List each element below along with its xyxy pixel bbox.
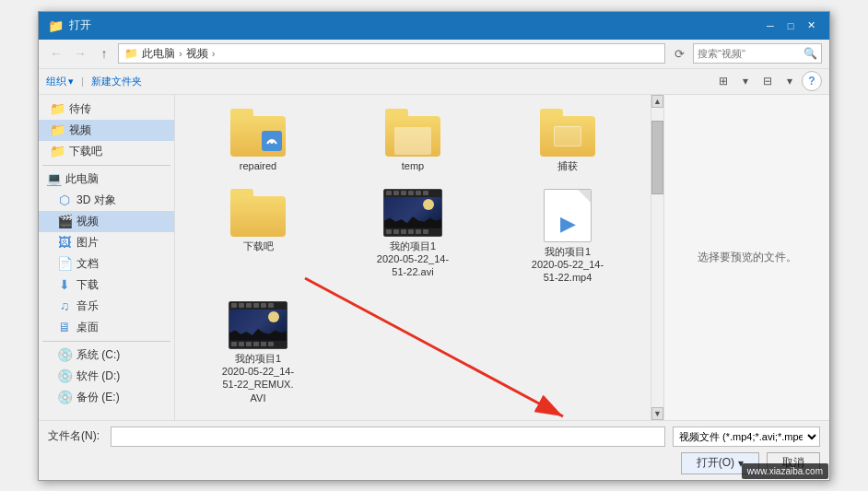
sidebar-item-thispc[interactable]: 💻 此电脑 (39, 169, 174, 190)
sidebar-item-backupe[interactable]: 💿 备份 (E:) (39, 387, 174, 408)
sidebar-item-docs[interactable]: 📄 文档 (39, 253, 174, 275)
sidebar-item-downloadba[interactable]: 📁 下载吧 (39, 141, 174, 162)
sort-button[interactable]: ⊟ (757, 71, 778, 91)
3d-icon: ⬡ (57, 193, 72, 207)
filename-label: 文件名(N): (48, 428, 103, 444)
sidebar-label-music: 音乐 (76, 298, 99, 314)
video-thumb-avi (383, 189, 442, 237)
sidebar-label-desktop: 桌面 (76, 320, 99, 335)
file-name-avi: 我的项目12020-05-22_14-51-22.avi (377, 240, 449, 279)
sidebar-divider1 (42, 165, 170, 166)
file-name-repaired: repaired (240, 159, 276, 172)
video-icon: 🎬 (57, 214, 72, 228)
drive-c-icon: 💿 (57, 347, 72, 362)
file-item-capture[interactable]: 捕获 (492, 102, 643, 179)
sidebar-item-video[interactable]: 📁 视频 (39, 120, 174, 141)
files-grid: repaired temp (175, 95, 651, 420)
search-box[interactable]: 🔍 (693, 43, 822, 64)
breadcrumb-pc: 📁 (124, 47, 138, 60)
bottom-bar: 文件名(N): 视频文件 (*.mp4;*.avi;*.mpes × 打开(O)… (39, 420, 829, 480)
music-icon: ♫ (57, 298, 72, 313)
sidebar-label-downloads: 下载 (76, 277, 99, 293)
back-button[interactable]: ← (46, 43, 66, 64)
scrollbar: ▲ ▼ (651, 95, 663, 420)
file-item-remux[interactable]: 我的项目12020-05-22_14-51-22_REMUX.AVI (182, 295, 334, 411)
up-button[interactable]: ↑ (94, 43, 114, 64)
svg-point-0 (270, 140, 274, 144)
sidebar-item-downloads[interactable]: ⬇ 下载 (39, 275, 174, 296)
sidebar-label-docs: 文档 (76, 256, 99, 272)
sidebar-label-dl: 下载吧 (69, 144, 102, 159)
actions-row: 打开(O) ▾ 取消 (48, 452, 820, 474)
content-area: repaired temp (175, 95, 829, 420)
content-toolbar: 组织 ▾ | 新建文件夹 ⊞ ▾ ⊟ ▾ ? (39, 69, 829, 95)
title-bar-left: 📁 打开 (48, 18, 91, 33)
file-name-downloadba: 下载吧 (243, 240, 274, 252)
folder-icon-video: 📁 (50, 123, 65, 137)
folder-downloadba-icon (230, 189, 286, 237)
scrollbar-down[interactable]: ▼ (651, 407, 663, 420)
search-input[interactable] (698, 48, 800, 59)
search-icon: 🔍 (803, 47, 817, 60)
sidebar-label-video: 视频 (69, 123, 91, 138)
file-name-mp4: 我的项目12020-05-22_14-51-22.mp4 (532, 245, 604, 285)
forward-button[interactable]: → (70, 43, 90, 64)
close-button[interactable]: ✕ (802, 17, 820, 35)
scrollbar-thumb[interactable] (651, 121, 663, 194)
files-and-preview: repaired temp (175, 95, 829, 420)
preview-panel: 选择要预览的文件。 (663, 95, 829, 420)
sidebar-item-music[interactable]: ♫ 音乐 (39, 296, 174, 317)
open-label: 打开(O) (697, 455, 734, 471)
organize-label: 组织 (46, 75, 66, 88)
sidebar-label-backupe: 备份 (E:) (76, 390, 120, 405)
sidebar-item-3d[interactable]: ⬡ 3D 对象 (39, 190, 174, 211)
folder-temp-icon (385, 109, 440, 157)
file-item-temp[interactable]: temp (337, 102, 488, 179)
sidebar-label-images: 图片 (76, 235, 99, 251)
organize-arrow: ▾ (68, 76, 74, 88)
refresh-button[interactable]: ⟳ (669, 43, 689, 64)
view-mode-button[interactable]: ⊞ (713, 71, 733, 91)
file-name-temp: temp (402, 159, 424, 172)
sidebar-item-video2[interactable]: 🎬 视频 (39, 211, 174, 232)
minimize-button[interactable]: ─ (761, 17, 780, 35)
watermark: www.xiazaiba.com (742, 463, 828, 479)
view-arrow-button[interactable]: ▾ (735, 71, 756, 91)
scrollbar-up[interactable]: ▲ (651, 95, 663, 108)
sidebar-label-3d: 3D 对象 (76, 193, 116, 208)
sidebar-label-thispc: 此电脑 (65, 171, 99, 187)
sort-arrow-button[interactable]: ▾ (780, 71, 800, 91)
breadcrumb[interactable]: 📁 此电脑 › 视频 › (118, 43, 665, 64)
file-item-downloadba[interactable]: 下载吧 (182, 182, 334, 291)
sidebar-item-images[interactable]: 🖼 图片 (39, 232, 174, 253)
maximize-button[interactable]: □ (781, 17, 800, 35)
file-name-remux: 我的项目12020-05-22_14-51-22_REMUX.AVI (222, 352, 294, 404)
sidebar-item-sysc[interactable]: 💿 系统 (C:) (39, 345, 174, 366)
sidebar-item-pending[interactable]: 📁 待传 (39, 99, 174, 120)
view-toggle: ⊞ ▾ ⊟ ▾ ? (713, 71, 822, 91)
sidebar-item-desktop[interactable]: 🖥 桌面 (39, 317, 174, 338)
folder-capture-icon (540, 109, 595, 157)
help-button[interactable]: ? (802, 71, 822, 91)
folder-icon-dl: 📁 (50, 144, 65, 158)
filename-input[interactable] (111, 427, 665, 447)
watermark-text: www.xiazaiba.com (747, 466, 823, 476)
sidebar-item-softd[interactable]: 💿 软件 (D:) (39, 366, 174, 387)
file-item-avi[interactable]: 我的项目12020-05-22_14-51-22.avi (337, 182, 488, 291)
title-bar: 📁 打开 ─ □ ✕ (39, 12, 829, 40)
images-icon: 🖼 (57, 235, 72, 250)
docs-icon: 📄 (57, 256, 72, 271)
toolbar-sep: | (81, 76, 84, 87)
breadcrumb-pc-label: 此电脑 (142, 46, 175, 62)
folder-icon: 📁 (50, 101, 65, 116)
drive-d-icon: 💿 (57, 368, 72, 383)
video-thumb-remux (229, 301, 287, 349)
file-item-mp4[interactable]: ▶ 我的项目12020-05-22_14-51-22.mp4 (492, 182, 643, 291)
title-bar-controls: ─ □ ✕ (761, 17, 820, 35)
organize-button[interactable]: 组织 ▾ (46, 75, 74, 88)
sidebar-label-sysc: 系统 (C:) (76, 347, 120, 363)
file-item-repaired[interactable]: repaired (182, 102, 334, 179)
new-folder-button[interactable]: 新建文件夹 (91, 75, 142, 88)
folder-repaired-icon (230, 109, 286, 157)
filetype-select[interactable]: 视频文件 (*.mp4;*.avi;*.mpes × (673, 427, 820, 447)
